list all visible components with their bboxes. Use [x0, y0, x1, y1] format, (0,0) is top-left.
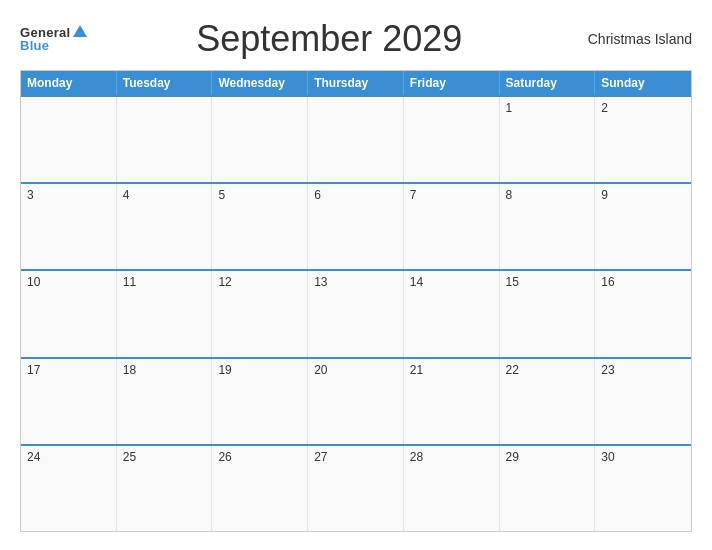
cal-cell-6: 6: [308, 184, 404, 269]
cal-cell-empty: [212, 97, 308, 182]
cal-cell-12: 12: [212, 271, 308, 356]
cal-cell-26: 26: [212, 446, 308, 531]
logo: General Blue: [20, 26, 87, 52]
cal-cell-17: 17: [21, 359, 117, 444]
cal-cell-1: 1: [500, 97, 596, 182]
cal-cell-11: 11: [117, 271, 213, 356]
page-title: September 2029: [87, 18, 572, 60]
cal-cell-28: 28: [404, 446, 500, 531]
logo-triangle-icon: [73, 25, 87, 37]
cal-cell-25: 25: [117, 446, 213, 531]
calendar-page: General Blue September 2029 Christmas Is…: [0, 0, 712, 550]
calendar-row-3: 10 11 12 13 14 15 16: [21, 269, 691, 356]
header-monday: Monday: [21, 71, 117, 95]
cal-cell-24: 24: [21, 446, 117, 531]
header-saturday: Saturday: [500, 71, 596, 95]
cal-cell-8: 8: [500, 184, 596, 269]
cal-cell-10: 10: [21, 271, 117, 356]
calendar-row-1: 1 2: [21, 95, 691, 182]
logo-blue-text: Blue: [20, 39, 49, 52]
calendar-row-2: 3 4 5 6 7 8 9: [21, 182, 691, 269]
calendar-body: 1 2 3 4 5 6 7 8 9 10 11 12 13 14 15 16: [21, 95, 691, 531]
cal-cell-9: 9: [595, 184, 691, 269]
cal-cell-16: 16: [595, 271, 691, 356]
cal-cell-empty: [117, 97, 213, 182]
calendar-row-5: 24 25 26 27 28 29 30: [21, 444, 691, 531]
header-friday: Friday: [404, 71, 500, 95]
cal-cell-14: 14: [404, 271, 500, 356]
cal-cell-empty: [21, 97, 117, 182]
cal-cell-13: 13: [308, 271, 404, 356]
cal-cell-22: 22: [500, 359, 596, 444]
cal-cell-5: 5: [212, 184, 308, 269]
page-header: General Blue September 2029 Christmas Is…: [20, 18, 692, 60]
cal-cell-empty: [404, 97, 500, 182]
calendar-row-4: 17 18 19 20 21 22 23: [21, 357, 691, 444]
cal-cell-23: 23: [595, 359, 691, 444]
location-label: Christmas Island: [572, 31, 692, 47]
cal-cell-2: 2: [595, 97, 691, 182]
cal-cell-3: 3: [21, 184, 117, 269]
cal-cell-21: 21: [404, 359, 500, 444]
header-wednesday: Wednesday: [212, 71, 308, 95]
cal-cell-19: 19: [212, 359, 308, 444]
cal-cell-7: 7: [404, 184, 500, 269]
cal-cell-27: 27: [308, 446, 404, 531]
cal-cell-15: 15: [500, 271, 596, 356]
calendar-header: Monday Tuesday Wednesday Thursday Friday…: [21, 71, 691, 95]
calendar-grid: Monday Tuesday Wednesday Thursday Friday…: [20, 70, 692, 532]
header-tuesday: Tuesday: [117, 71, 213, 95]
cal-cell-29: 29: [500, 446, 596, 531]
cal-cell-20: 20: [308, 359, 404, 444]
header-thursday: Thursday: [308, 71, 404, 95]
cal-cell-30: 30: [595, 446, 691, 531]
cal-cell-empty: [308, 97, 404, 182]
header-sunday: Sunday: [595, 71, 691, 95]
cal-cell-4: 4: [117, 184, 213, 269]
cal-cell-18: 18: [117, 359, 213, 444]
